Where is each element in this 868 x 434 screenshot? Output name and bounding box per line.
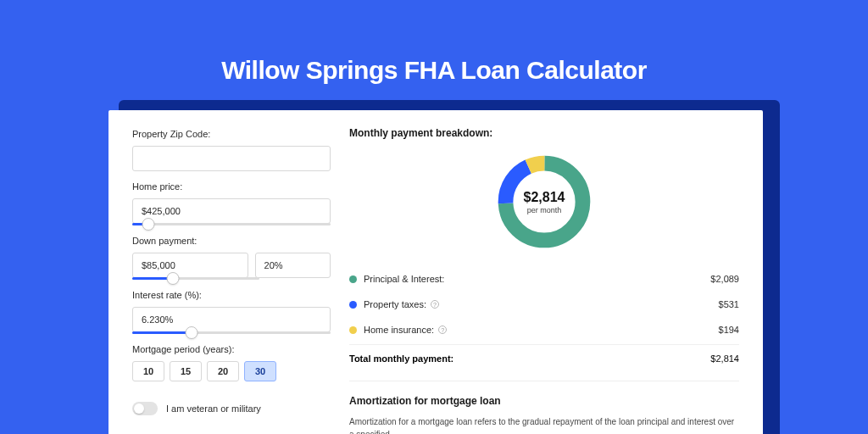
- period-btn-15[interactable]: 15: [170, 361, 202, 381]
- legend-dot: [349, 326, 357, 334]
- legend-row: Property taxes:?$531: [349, 292, 739, 317]
- legend-label: Home insurance:?: [364, 325, 719, 335]
- calculator-card: Property Zip Code: Home price: Down paym…: [108, 110, 763, 434]
- amortization-section: Amortization for mortgage loan Amortizat…: [349, 381, 739, 434]
- legend-label: Principal & Interest:: [364, 274, 710, 284]
- down-payment-pct-input[interactable]: [255, 253, 331, 278]
- donut-chart: $2,814 per month: [493, 151, 595, 253]
- legend-label: Property taxes:?: [364, 299, 719, 309]
- info-icon[interactable]: ?: [438, 326, 447, 334]
- interest-input[interactable]: [132, 307, 331, 332]
- veteran-row: I am veteran or military: [132, 402, 331, 415]
- amortization-text: Amortization for a mortgage loan refers …: [349, 415, 739, 434]
- total-value: $2,814: [710, 353, 739, 364]
- legend-value: $2,089: [710, 274, 739, 284]
- veteran-label: I am veteran or military: [166, 403, 261, 414]
- home-price-field: Home price:: [132, 181, 331, 225]
- amortization-heading: Amortization for mortgage loan: [349, 395, 739, 407]
- legend-dot: [349, 301, 357, 309]
- slider-thumb[interactable]: [142, 218, 154, 231]
- period-field: Mortgage period (years): 10152030: [132, 344, 331, 381]
- down-payment-amount-input[interactable]: [132, 253, 248, 278]
- legend-row: Home insurance:?$194: [349, 317, 739, 342]
- slider-thumb[interactable]: [186, 326, 198, 339]
- total-label: Total monthly payment:: [349, 353, 710, 364]
- legend-value: $531: [719, 299, 739, 309]
- legend-row: Principal & Interest:$2,089: [349, 266, 739, 292]
- zip-input[interactable]: [132, 146, 331, 171]
- home-price-input[interactable]: [132, 198, 331, 224]
- breakdown-heading: Monthly payment breakdown:: [349, 127, 739, 139]
- home-price-slider[interactable]: [132, 223, 331, 225]
- zip-label: Property Zip Code:: [132, 129, 331, 139]
- down-payment-slider[interactable]: [132, 277, 259, 280]
- donut-wrap: $2,814 per month: [349, 151, 739, 253]
- interest-label: Interest rate (%):: [132, 290, 331, 300]
- home-price-label: Home price:: [132, 181, 331, 192]
- input-panel: Property Zip Code: Home price: Down paym…: [108, 110, 342, 434]
- info-icon[interactable]: ?: [431, 300, 439, 309]
- veteran-toggle[interactable]: [132, 402, 158, 415]
- breakdown-panel: Monthly payment breakdown: $2,814 per mo…: [342, 110, 763, 434]
- period-btn-30[interactable]: 30: [244, 361, 276, 381]
- legend-dot: [349, 275, 357, 283]
- toggle-knob: [134, 403, 144, 414]
- interest-slider[interactable]: [132, 331, 331, 334]
- period-label: Mortgage period (years):: [132, 344, 331, 354]
- down-payment-label: Down payment:: [132, 236, 331, 246]
- donut-label: per month: [527, 206, 562, 214]
- period-btn-20[interactable]: 20: [207, 361, 239, 381]
- page-title: Willow Springs FHA Loan Calculator: [0, 0, 868, 108]
- period-btn-10[interactable]: 10: [132, 361, 164, 381]
- total-row: Total monthly payment: $2,814: [349, 344, 739, 376]
- slider-thumb[interactable]: [166, 272, 179, 285]
- legend-value: $194: [719, 325, 739, 335]
- interest-field: Interest rate (%):: [132, 290, 331, 334]
- down-payment-field: Down payment:: [132, 236, 331, 280]
- zip-field: Property Zip Code:: [132, 129, 331, 171]
- donut-amount: $2,814: [524, 190, 565, 205]
